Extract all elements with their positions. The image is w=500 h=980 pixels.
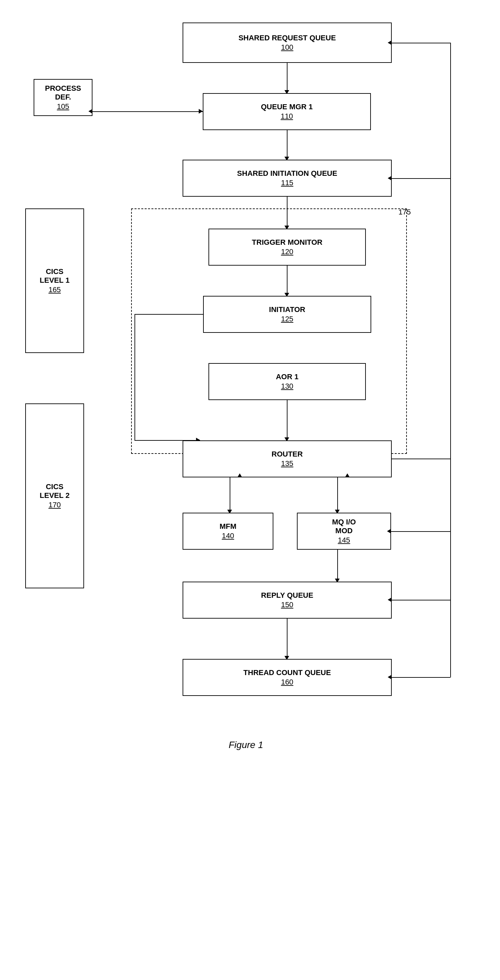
- cics-level2-label: CICS LEVEL 2: [40, 482, 70, 500]
- arrow-aor1-to-router-v: [287, 400, 288, 441]
- trigger-monitor-box: TRIGGER MONITOR 120: [209, 229, 366, 266]
- shared-initiation-queue-label: SHARED INITIATION QUEUE: [237, 169, 337, 178]
- thread-count-queue-box: THREAD COUNT QUEUE 160: [183, 659, 392, 696]
- arrowhead-mfm-to-router-up: [237, 473, 242, 477]
- arrow-srq-to-qmgr: [287, 63, 288, 93]
- arrowhead-right-to-siq: [388, 176, 392, 181]
- cics-level1-number: 165: [48, 285, 61, 294]
- arrow-right-to-tcq: [392, 677, 450, 678]
- process-def-box: PROCESS DEF. 105: [33, 79, 92, 116]
- arrowhead-mq-to-router-up: [345, 473, 350, 477]
- initiator-number: 125: [281, 315, 293, 323]
- shared-initiation-queue-box: SHARED INITIATION QUEUE 115: [183, 160, 392, 197]
- arrow-right-to-mq: [391, 531, 450, 532]
- arrowhead-right-to-reply: [388, 597, 392, 602]
- initiator-label: INITIATOR: [269, 305, 305, 314]
- mq-io-mod-number: 145: [338, 536, 350, 545]
- arrow-router-right: [392, 458, 451, 459]
- initiator-box: INITIATOR 125: [203, 296, 371, 333]
- cics-level1-box: CICS LEVEL 1 165: [25, 208, 84, 353]
- arrow-right-to-siq: [392, 178, 450, 179]
- arrow-right-v-lower: [450, 458, 451, 600]
- shared-request-queue-box: SHARED REQUEST QUEUE 100: [183, 22, 392, 63]
- arrowhead-right-to-mq: [387, 529, 391, 533]
- trigger-monitor-label: TRIGGER MONITOR: [252, 238, 322, 247]
- arrow-reply-to-tcq-v: [287, 619, 288, 659]
- arrow-tm-to-init: [287, 266, 288, 296]
- shared-initiation-queue-number: 115: [281, 178, 293, 187]
- arrowhead-right-to-srq: [388, 40, 392, 45]
- arrow-qmgr-to-siq: [287, 130, 288, 160]
- mq-io-mod-label: MQ I/O MOD: [332, 518, 356, 536]
- queue-mgr-box: QUEUE MGR 1 110: [203, 93, 371, 130]
- arrow-mq-to-reply-v: [337, 550, 338, 582]
- cics-level2-box: CICS LEVEL 2 170: [25, 403, 84, 588]
- reply-queue-number: 150: [281, 600, 293, 609]
- arrow-router-to-mq-v: [337, 477, 338, 513]
- shared-request-queue-label: SHARED REQUEST QUEUE: [239, 33, 336, 42]
- aor1-label: AOR 1: [276, 372, 298, 381]
- arrow-right-v-main: [450, 43, 451, 458]
- aor1-box: AOR 1 130: [209, 363, 366, 400]
- arrowhead-right-to-tcq: [388, 675, 392, 679]
- queue-mgr-number: 110: [281, 112, 293, 121]
- mq-io-mod-box: MQ I/O MOD 145: [297, 513, 391, 550]
- arrow-init-left-h: [134, 314, 203, 315]
- aor1-number: 130: [281, 382, 293, 391]
- process-def-label: PROCESS DEF.: [45, 84, 81, 102]
- router-number: 135: [281, 459, 293, 468]
- diagram-container: SHARED REQUEST QUEUE 100 PROCESS DEF. 10…: [0, 0, 500, 980]
- thread-count-queue-number: 160: [281, 678, 293, 687]
- figure-label: Figure 1: [229, 740, 263, 750]
- arrow-right-to-reply: [392, 600, 450, 600]
- arrow-router-to-mfm-v: [230, 477, 230, 513]
- arrowhead-pd-qmgr-left: [88, 109, 92, 114]
- cics-level1-label: CICS LEVEL 1: [40, 267, 70, 285]
- arrow-pd-qmgr-h: [92, 111, 203, 112]
- arrowhead-pd-qmgr-right: [199, 109, 203, 114]
- process-def-number: 105: [57, 102, 69, 111]
- dashed-region-label: 175: [398, 208, 411, 216]
- mfm-label: MFM: [220, 522, 236, 531]
- arrow-right-v-tcq: [450, 600, 451, 678]
- router-box: ROUTER 135: [183, 441, 392, 477]
- arrow-right-to-srq: [392, 43, 450, 43]
- reply-queue-label: REPLY QUEUE: [261, 591, 313, 600]
- mfm-number: 140: [222, 531, 234, 540]
- shared-request-queue-number: 100: [281, 43, 293, 52]
- arrow-init-left-v: [134, 314, 135, 440]
- trigger-monitor-number: 120: [281, 247, 293, 256]
- cics-level2-number: 170: [48, 501, 61, 509]
- router-label: ROUTER: [272, 450, 303, 458]
- reply-queue-box: REPLY QUEUE 150: [183, 582, 392, 619]
- thread-count-queue-label: THREAD COUNT QUEUE: [244, 668, 331, 677]
- queue-mgr-label: QUEUE MGR 1: [261, 103, 313, 111]
- mfm-box: MFM 140: [183, 513, 273, 550]
